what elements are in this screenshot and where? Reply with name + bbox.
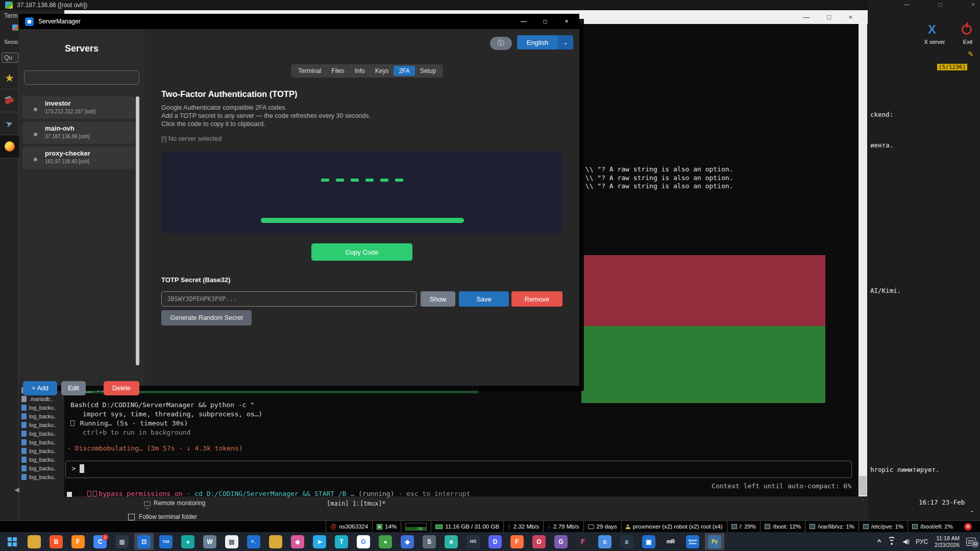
info-button[interactable]: ⓘ xyxy=(490,37,512,50)
delete-server-button[interactable]: Delete xyxy=(104,381,139,395)
sidebar-scrollbar[interactable] xyxy=(136,96,139,365)
taskbar-icon-steam[interactable]: S xyxy=(420,533,439,550)
chevron-down-icon[interactable]: ⌄ xyxy=(970,507,974,514)
close-icon[interactable]: ✕ xyxy=(964,523,972,531)
taskbar-icon-remote-desktop[interactable]: ▣ xyxy=(639,533,658,550)
minimize-button[interactable]: — xyxy=(903,1,910,8)
file-list-item[interactable]: log_backu.. xyxy=(21,465,66,471)
file-list-item[interactable]: log_backu.. xyxy=(21,430,66,437)
network-tab[interactable] xyxy=(0,135,19,158)
taskbar-icon-edge-app[interactable]: e xyxy=(442,533,461,550)
taskbar-icon-figma[interactable]: F xyxy=(573,533,593,550)
scrollbar[interactable]: ⌄ xyxy=(859,24,867,496)
maximize-button[interactable]: □ xyxy=(939,1,942,8)
file-list-item[interactable]: log_backu.. xyxy=(21,404,66,411)
volume-icon[interactable]: ◀)) xyxy=(902,538,909,545)
wifi-icon[interactable] xyxy=(888,539,896,545)
x-server-icon[interactable]: X xyxy=(928,22,936,37)
taskbar-icon-green-app[interactable]: ● xyxy=(376,533,395,550)
file-list-item[interactable]: log_backu.. xyxy=(21,421,66,428)
taskbar-icon-firefox-dev[interactable]: F xyxy=(507,533,527,550)
close-button[interactable]: × xyxy=(848,13,852,21)
tab[interactable]: Setup xyxy=(415,66,441,76)
server-list-item[interactable]: proxy-checker 161.97.118.40 [ssh] xyxy=(22,146,135,169)
minimize-button[interactable]: — xyxy=(513,14,534,29)
taskbar-icon-quickutmo[interactable]: Quick utmo xyxy=(683,533,702,550)
save-secret-button[interactable]: Save xyxy=(459,291,509,307)
server-list-item[interactable]: investor 173.212.212.157 [ssh] xyxy=(22,96,135,119)
servermanager-titlebar[interactable]: ServerManager — □ × xyxy=(19,14,579,29)
exit-power-icon[interactable] xyxy=(962,24,972,35)
taskbar-icon-chrome[interactable]: C 2 xyxy=(90,533,110,550)
taskbar-icon-folder-app[interactable] xyxy=(266,533,285,550)
maximize-button[interactable]: □ xyxy=(534,14,556,29)
scrollbar-down-arrow[interactable]: ⌄ xyxy=(859,496,867,502)
add-server-button[interactable]: + Add xyxy=(23,381,57,395)
taskbar-icon-app-716[interactable]: 716 xyxy=(156,533,176,550)
notification-center-icon[interactable]: 32 xyxy=(966,538,976,546)
taskbar-icon-mremoteng[interactable]: mR xyxy=(661,533,680,550)
remove-secret-button[interactable]: Remove xyxy=(511,291,562,307)
taskbar-icon-github[interactable]: G xyxy=(551,533,571,550)
file-list-item[interactable]: .mariadb.. xyxy=(21,395,66,402)
taskbar-icon-gem-app[interactable]: ◆ xyxy=(398,533,417,550)
taskbar-icon-file-explorer[interactable] xyxy=(24,533,44,550)
taskbar-icon-discord[interactable]: D xyxy=(485,533,505,550)
file-list-item[interactable]: log_backu.. xyxy=(21,447,66,454)
language-dropdown[interactable]: English ⌄ xyxy=(517,35,573,49)
maximize-button[interactable]: □ xyxy=(827,13,831,21)
file-list-item[interactable]: log_backu.. xyxy=(21,439,66,445)
file-list-item[interactable]: log_backu.. xyxy=(21,413,66,419)
taskbar-icon-python[interactable]: Py xyxy=(705,533,724,550)
taskbar-icon-terminal-app[interactable]: >_ xyxy=(244,533,263,550)
taskbar-icon-google[interactable]: G xyxy=(354,533,373,550)
taskbar-icon-powershell[interactable]: ≥ xyxy=(617,533,636,550)
scrollbar-thumb[interactable] xyxy=(859,476,867,495)
taskbar-icon-pink-app[interactable]: ◆ xyxy=(288,533,307,550)
show-secret-button[interactable]: Show xyxy=(421,291,455,307)
file-list-item[interactable]: log_backu.. xyxy=(21,456,66,463)
tab[interactable]: Info xyxy=(350,66,370,76)
session-button-label[interactable]: Sessi xyxy=(4,39,18,45)
taskbar-icon-teal-app[interactable]: ● xyxy=(178,533,198,550)
server-search-input[interactable] xyxy=(24,70,139,85)
close-button[interactable]: × xyxy=(556,14,577,29)
start-button[interactable] xyxy=(2,533,22,550)
taskbar-icon-hs-app[interactable]: HS xyxy=(463,533,483,550)
taskbar-icon-brave[interactable]: B xyxy=(46,533,66,550)
session-icon[interactable] xyxy=(12,24,18,31)
minimize-button[interactable]: — xyxy=(803,13,810,21)
menu-terminal[interactable]: Term xyxy=(4,12,18,19)
taskbar-icon-winscp[interactable]: W xyxy=(200,533,219,550)
totp-secret-input[interactable] xyxy=(161,291,416,307)
prompt-input-box[interactable] xyxy=(65,461,852,478)
copy-code-button[interactable]: Copy Code xyxy=(311,243,412,261)
taskbar-icon-servermanager[interactable]: ⊡ xyxy=(134,533,154,550)
pencil-icon[interactable]: ✎ xyxy=(968,50,974,58)
tab[interactable]: Terminal xyxy=(293,66,326,76)
clock[interactable]: 11:18 AM 2/23/2026 xyxy=(935,535,960,548)
taskbar-icon-telegram[interactable]: ➤ xyxy=(310,533,329,550)
tools-tab[interactable] xyxy=(0,89,19,112)
totp-code-panel[interactable] xyxy=(161,151,562,233)
taskbar-icon-libreoffice[interactable]: ▤ xyxy=(222,533,241,550)
follow-folder-checkbox[interactable] xyxy=(128,514,135,520)
taskbar-icon-thunderbird[interactable]: T xyxy=(332,533,351,550)
generate-secret-button[interactable]: Generate Random Secret xyxy=(161,310,252,325)
keyboard-language[interactable]: РУС xyxy=(916,538,928,545)
tab[interactable]: 2FA xyxy=(394,66,414,76)
favorites-tab[interactable]: ★ xyxy=(0,66,19,89)
close-button[interactable]: × xyxy=(971,1,975,8)
taskbar-icon-opera[interactable]: O xyxy=(529,533,549,550)
taskbar-icon-dark-app[interactable]: ▦ xyxy=(112,533,132,550)
quick-connect-input[interactable]: Qu xyxy=(2,53,18,63)
taskbar-icon-chromium[interactable]: c xyxy=(595,533,615,550)
scroll-left-arrow[interactable]: ◀ xyxy=(14,486,19,493)
taskbar-icon-firefox[interactable]: F xyxy=(68,533,88,550)
file-list-item[interactable]: log_backu.. xyxy=(21,473,66,480)
edit-server-button[interactable]: Edit xyxy=(61,381,86,395)
sessions-tab[interactable]: ➤ xyxy=(0,112,19,135)
tray-expand-chevron[interactable]: ^ xyxy=(877,538,881,545)
server-list-item[interactable]: main-ovh 37.187.136.86 [ssh] xyxy=(22,121,135,144)
tab[interactable]: Files xyxy=(326,66,349,76)
